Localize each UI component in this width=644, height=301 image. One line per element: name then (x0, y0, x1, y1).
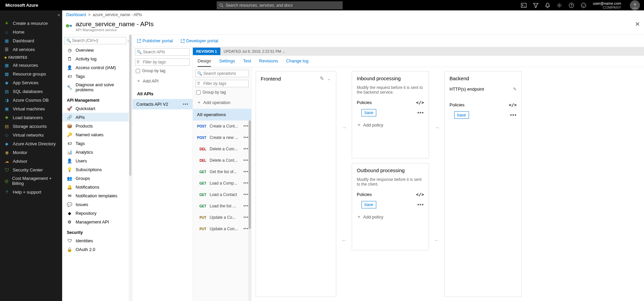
help-icon[interactable]: ? (569, 3, 574, 8)
operation-item[interactable]: DELDelete a Com...••• (193, 143, 251, 155)
operation-menu-icon[interactable]: ••• (243, 192, 249, 197)
operation-item[interactable]: GETGet the list of...••• (193, 166, 251, 178)
search-operations-input[interactable] (196, 70, 249, 77)
operation-item[interactable]: GETLoad a Comp...••• (193, 178, 251, 189)
nav-all-services[interactable]: ☰All services (0, 45, 62, 54)
operation-menu-icon[interactable]: ••• (243, 135, 249, 140)
tab-revisions[interactable]: Revisions (259, 58, 278, 67)
revision-badge[interactable]: REVISION 1 (193, 48, 220, 55)
developer-portal-link[interactable]: Developer portal (181, 38, 218, 43)
user-block[interactable]: user@name.com COMPANY (593, 1, 623, 9)
blade-item[interactable]: 🚀Quickstart (62, 104, 132, 113)
blade-item[interactable]: ✉Notification templates (62, 191, 132, 200)
publisher-portal-link[interactable]: Publisher portal (137, 38, 173, 43)
cloud-shell-icon[interactable] (521, 3, 526, 8)
nav-fav-item[interactable]: ▣Virtual machines (0, 104, 62, 113)
operation-item[interactable]: POSTCreate a new ...••• (193, 132, 251, 143)
nav-fav-item[interactable]: ◇Virtual networks (0, 131, 62, 139)
tab-design[interactable]: Design (198, 58, 211, 67)
policy-menu-icon[interactable]: ••• (510, 112, 517, 118)
edit-icon[interactable]: ✎ (320, 76, 324, 81)
api-item-selected[interactable]: Contacts API V2 ••• (132, 99, 192, 109)
add-operation-button[interactable]: ＋Add operation (193, 96, 251, 109)
blade-item[interactable]: ◆Repository (62, 209, 132, 217)
nav-fav-item[interactable]: ◎Cost Management + Billing (0, 174, 62, 188)
global-search[interactable]: Search resources, services, and docs (217, 1, 343, 9)
operation-menu-icon[interactable]: ••• (243, 227, 249, 231)
blade-item[interactable]: ⚙Management API (62, 217, 132, 226)
all-apis-header[interactable]: All APIs (132, 87, 192, 99)
nav-fav-item[interactable]: 🛡Security Center (0, 165, 62, 174)
notifications-icon[interactable] (545, 3, 550, 8)
tab-test[interactable]: Test (243, 58, 251, 67)
filter-icon[interactable] (533, 3, 539, 8)
blade-search-input[interactable] (64, 37, 126, 44)
user-avatar[interactable] (630, 0, 640, 10)
nav-fav-item[interactable]: ◆App Services (0, 78, 62, 87)
blade-item[interactable]: ◷Overview (62, 46, 132, 54)
blade-item[interactable]: 🔑Named values (62, 130, 132, 139)
base-policy-badge[interactable]: base (361, 201, 376, 208)
feedback-icon[interactable] (581, 3, 586, 8)
operation-menu-icon[interactable]: ••• (243, 181, 249, 186)
blade-item[interactable]: 🔔Notifications (62, 183, 132, 191)
tab-settings[interactable]: Settings (219, 58, 235, 67)
blade-item[interactable]: 🏷Tags (62, 139, 132, 148)
blade-scrollbar[interactable] (129, 35, 132, 301)
blade-item[interactable]: 🔒OAuth 2.0 (62, 245, 132, 254)
code-editor-icon[interactable]: </> (416, 100, 424, 105)
ops-scrollbar[interactable] (248, 120, 251, 301)
blade-item[interactable]: 🛡Identities (62, 236, 132, 245)
add-inbound-policy-button[interactable]: ＋Add policy (352, 118, 429, 131)
operation-menu-icon[interactable]: ••• (243, 147, 249, 151)
blade-item[interactable]: 📊Analytics (62, 148, 132, 156)
nav-home[interactable]: ⌂Home (0, 28, 62, 36)
nav-fav-item[interactable]: ☁Advisor (0, 157, 62, 165)
chevron-down-icon[interactable]: ⌄ (327, 76, 331, 81)
search-apis-input[interactable] (135, 48, 190, 56)
policy-menu-icon[interactable]: ••• (417, 110, 424, 116)
blade-item[interactable]: 📦Products (62, 121, 132, 130)
nav-dashboard[interactable]: ▦Dashboard (0, 36, 62, 45)
add-outbound-policy-button[interactable]: ＋Add policy (352, 210, 429, 223)
blade-item[interactable]: 💡Subscriptions (62, 165, 132, 174)
nav-fav-item[interactable]: ▦Resource groups (0, 69, 62, 78)
base-policy-badge[interactable]: base (454, 111, 469, 119)
nav-fav-item[interactable]: ▤SQL databases (0, 87, 62, 96)
code-editor-icon[interactable]: </> (416, 192, 424, 197)
nav-create-resource[interactable]: +Create a resource (0, 19, 62, 28)
tab-change-log[interactable]: Change log (286, 58, 309, 67)
operation-item[interactable]: GETLoad a Contact••• (193, 189, 251, 200)
blade-item[interactable]: 👥Groups (62, 174, 132, 183)
chevron-down-icon[interactable]: ⌄ (282, 49, 285, 53)
operation-menu-icon[interactable]: ••• (243, 169, 249, 174)
blade-item[interactable]: 🗒Activity log (62, 54, 132, 63)
base-policy-badge[interactable]: base (361, 109, 376, 116)
add-api-button[interactable]: ＋Add API (132, 74, 192, 87)
filter-apis-input[interactable] (135, 58, 190, 66)
operation-item[interactable]: DELDelete a Cont...••• (193, 155, 251, 166)
blade-item[interactable]: 💬Issues (62, 200, 132, 209)
api-item-menu-icon[interactable]: ••• (183, 102, 188, 107)
filter-operations-input[interactable] (196, 80, 249, 87)
settings-icon[interactable] (557, 3, 562, 8)
operation-item[interactable]: POSTCreate a Cont...••• (193, 120, 251, 132)
policy-menu-icon[interactable]: ••• (417, 202, 424, 208)
nav-fav-item[interactable]: ▦All resources (0, 61, 62, 69)
edit-icon[interactable]: ✎ (513, 87, 517, 92)
operation-menu-icon[interactable]: ••• (243, 204, 249, 208)
operation-item[interactable]: GETLoad the list ...••• (193, 200, 251, 212)
nav-fav-item[interactable]: ▤Storage accounts (0, 122, 62, 131)
close-blade-icon[interactable]: ✕ (635, 20, 640, 28)
blade-item[interactable]: 🔗APIs (62, 113, 132, 121)
operation-item[interactable]: PUTUpdate a Co...••• (193, 212, 251, 223)
nav-fav-item[interactable]: ❖Load balancers (0, 113, 62, 122)
blade-item[interactable]: 🏷Tags (62, 72, 132, 81)
operation-item[interactable]: PUTUpdate a Con...••• (193, 223, 251, 235)
nav-fav-item[interactable]: ◆Azure Active Directory (0, 139, 62, 148)
nav-fav-item[interactable]: ◑Azure Cosmos DB (0, 96, 62, 104)
group-by-tag-apis[interactable]: Group by tag (132, 67, 192, 74)
blade-item[interactable]: 👤Access control (IAM) (62, 63, 132, 72)
nav-fav-item[interactable]: ◉Monitor (0, 148, 62, 157)
blade-item[interactable]: 🔧Diagnose and solve problems (62, 81, 132, 94)
